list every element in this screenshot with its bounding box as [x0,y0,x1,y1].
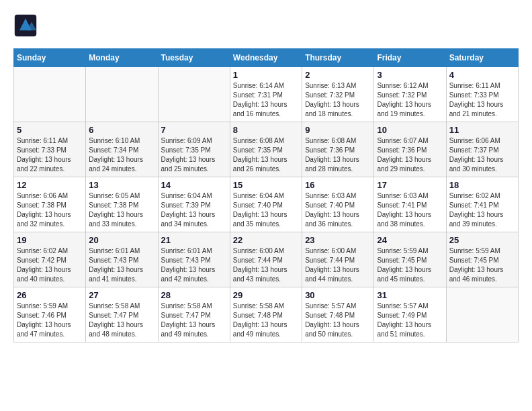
week-row-1: 1Sunrise: 6:14 AM Sunset: 7:31 PM Daylig… [14,67,519,122]
day-info: Sunrise: 6:01 AM Sunset: 7:43 PM Dayligh… [161,246,227,284]
day-cell [446,287,518,342]
day-info: Sunrise: 6:06 AM Sunset: 7:37 PM Dayligh… [449,136,515,174]
day-info: Sunrise: 6:13 AM Sunset: 7:32 PM Dayligh… [305,81,371,119]
day-cell: 19Sunrise: 6:02 AM Sunset: 7:42 PM Dayli… [14,232,86,287]
day-info: Sunrise: 5:59 AM Sunset: 7:46 PM Dayligh… [17,302,83,339]
calendar-header: SundayMondayTuesdayWednesdayThursdayFrid… [14,49,519,67]
day-info: Sunrise: 5:58 AM Sunset: 7:48 PM Dayligh… [233,302,299,339]
weekday-saturday: Saturday [446,49,518,67]
weekday-monday: Monday [86,49,158,67]
day-number: 23 [305,235,371,245]
day-number: 31 [377,290,443,300]
day-number: 8 [233,125,299,135]
day-cell: 1Sunrise: 6:14 AM Sunset: 7:31 PM Daylig… [230,67,302,122]
day-cell: 15Sunrise: 6:04 AM Sunset: 7:40 PM Dayli… [230,177,302,232]
day-cell: 7Sunrise: 6:09 AM Sunset: 7:35 PM Daylig… [158,122,230,177]
day-cell: 11Sunrise: 6:06 AM Sunset: 7:37 PM Dayli… [446,122,518,177]
weekday-wednesday: Wednesday [230,49,302,67]
day-info: Sunrise: 6:10 AM Sunset: 7:34 PM Dayligh… [89,136,154,174]
day-info: Sunrise: 6:14 AM Sunset: 7:31 PM Dayligh… [233,81,299,119]
day-cell: 25Sunrise: 5:59 AM Sunset: 7:45 PM Dayli… [446,232,518,287]
day-cell: 8Sunrise: 6:08 AM Sunset: 7:35 PM Daylig… [230,122,302,177]
day-number: 2 [305,70,371,80]
day-info: Sunrise: 5:58 AM Sunset: 7:47 PM Dayligh… [89,302,154,339]
day-number: 7 [161,125,227,135]
day-info: Sunrise: 6:01 AM Sunset: 7:43 PM Dayligh… [89,246,154,284]
day-number: 14 [161,180,227,190]
day-info: Sunrise: 5:59 AM Sunset: 7:45 PM Dayligh… [449,246,515,284]
day-cell: 16Sunrise: 6:03 AM Sunset: 7:40 PM Dayli… [302,177,374,232]
day-cell: 6Sunrise: 6:10 AM Sunset: 7:34 PM Daylig… [86,122,158,177]
day-number: 15 [233,180,299,190]
day-info: Sunrise: 6:09 AM Sunset: 7:35 PM Dayligh… [161,136,227,174]
day-number: 22 [233,235,299,245]
weekday-header-row: SundayMondayTuesdayWednesdayThursdayFrid… [14,49,519,67]
day-info: Sunrise: 6:00 AM Sunset: 7:44 PM Dayligh… [305,246,371,284]
day-number: 1 [233,70,299,80]
day-info: Sunrise: 6:04 AM Sunset: 7:40 PM Dayligh… [233,191,299,229]
calendar-body: 1Sunrise: 6:14 AM Sunset: 7:31 PM Daylig… [14,67,519,342]
week-row-5: 26Sunrise: 5:59 AM Sunset: 7:46 PM Dayli… [14,287,519,342]
day-info: Sunrise: 6:11 AM Sunset: 7:33 PM Dayligh… [17,136,83,174]
day-info: Sunrise: 5:57 AM Sunset: 7:48 PM Dayligh… [305,302,371,339]
day-cell: 21Sunrise: 6:01 AM Sunset: 7:43 PM Dayli… [158,232,230,287]
day-info: Sunrise: 6:11 AM Sunset: 7:33 PM Dayligh… [449,81,515,119]
day-cell: 14Sunrise: 6:04 AM Sunset: 7:39 PM Dayli… [158,177,230,232]
day-number: 18 [449,180,515,190]
day-number: 29 [233,290,299,300]
day-number: 26 [17,290,83,300]
day-number: 9 [305,125,371,135]
day-cell: 30Sunrise: 5:57 AM Sunset: 7:48 PM Dayli… [302,287,374,342]
day-number: 6 [89,125,154,135]
day-number: 10 [377,125,443,135]
day-info: Sunrise: 6:02 AM Sunset: 7:41 PM Dayligh… [449,191,515,229]
day-cell [14,67,86,122]
day-cell [86,67,158,122]
page-header [13,13,519,38]
day-cell: 23Sunrise: 6:00 AM Sunset: 7:44 PM Dayli… [302,232,374,287]
day-number: 11 [449,125,515,135]
day-cell: 5Sunrise: 6:11 AM Sunset: 7:33 PM Daylig… [14,122,86,177]
day-info: Sunrise: 6:03 AM Sunset: 7:40 PM Dayligh… [305,191,371,229]
day-cell: 4Sunrise: 6:11 AM Sunset: 7:33 PM Daylig… [446,67,518,122]
day-info: Sunrise: 6:07 AM Sunset: 7:36 PM Dayligh… [377,136,443,174]
day-cell: 17Sunrise: 6:03 AM Sunset: 7:41 PM Dayli… [374,177,446,232]
day-number: 27 [89,290,154,300]
day-cell: 24Sunrise: 5:59 AM Sunset: 7:45 PM Dayli… [374,232,446,287]
day-info: Sunrise: 6:06 AM Sunset: 7:38 PM Dayligh… [17,191,83,229]
day-number: 5 [17,125,83,135]
day-number: 21 [161,235,227,245]
day-info: Sunrise: 6:08 AM Sunset: 7:35 PM Dayligh… [233,136,299,174]
weekday-thursday: Thursday [302,49,374,67]
day-cell: 9Sunrise: 6:08 AM Sunset: 7:36 PM Daylig… [302,122,374,177]
day-info: Sunrise: 6:03 AM Sunset: 7:41 PM Dayligh… [377,191,443,229]
day-number: 16 [305,180,371,190]
day-number: 20 [89,235,154,245]
day-info: Sunrise: 5:57 AM Sunset: 7:49 PM Dayligh… [377,302,443,339]
day-number: 17 [377,180,443,190]
day-cell: 31Sunrise: 5:57 AM Sunset: 7:49 PM Dayli… [374,287,446,342]
day-number: 24 [377,235,443,245]
day-info: Sunrise: 5:58 AM Sunset: 7:47 PM Dayligh… [161,302,227,339]
day-cell: 22Sunrise: 6:00 AM Sunset: 7:44 PM Dayli… [230,232,302,287]
calendar-table: SundayMondayTuesdayWednesdayThursdayFrid… [13,48,519,342]
day-info: Sunrise: 5:59 AM Sunset: 7:45 PM Dayligh… [377,246,443,284]
day-number: 19 [17,235,83,245]
day-cell: 13Sunrise: 6:05 AM Sunset: 7:38 PM Dayli… [86,177,158,232]
week-row-4: 19Sunrise: 6:02 AM Sunset: 7:42 PM Dayli… [14,232,519,287]
weekday-friday: Friday [374,49,446,67]
day-cell: 27Sunrise: 5:58 AM Sunset: 7:47 PM Dayli… [86,287,158,342]
day-cell: 3Sunrise: 6:12 AM Sunset: 7:32 PM Daylig… [374,67,446,122]
day-cell: 10Sunrise: 6:07 AM Sunset: 7:36 PM Dayli… [374,122,446,177]
week-row-3: 12Sunrise: 6:06 AM Sunset: 7:38 PM Dayli… [14,177,519,232]
day-number: 12 [17,180,83,190]
day-cell: 18Sunrise: 6:02 AM Sunset: 7:41 PM Dayli… [446,177,518,232]
day-cell: 28Sunrise: 5:58 AM Sunset: 7:47 PM Dayli… [158,287,230,342]
weekday-tuesday: Tuesday [158,49,230,67]
logo [13,13,42,38]
day-number: 30 [305,290,371,300]
day-info: Sunrise: 6:05 AM Sunset: 7:38 PM Dayligh… [89,191,154,229]
day-info: Sunrise: 6:02 AM Sunset: 7:42 PM Dayligh… [17,246,83,284]
day-number: 25 [449,235,515,245]
day-number: 28 [161,290,227,300]
